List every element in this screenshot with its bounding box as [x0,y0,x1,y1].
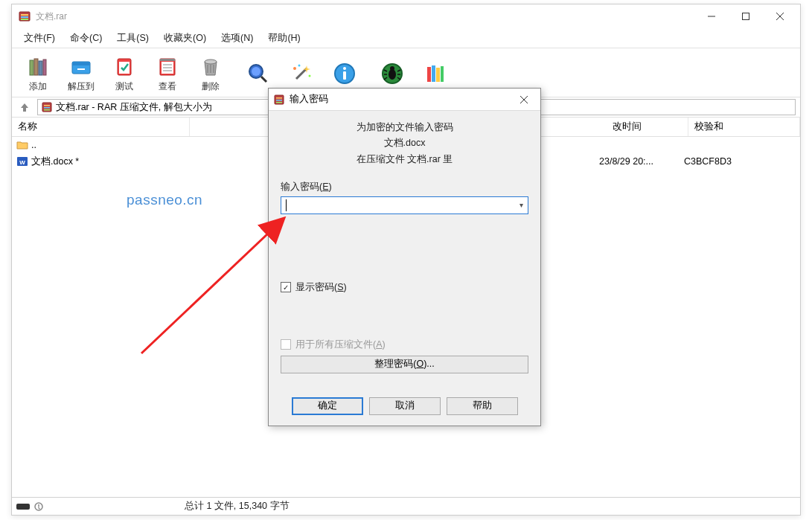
svg-point-32 [298,64,301,66]
use-all-checkbox-row: 用于所有压缩文件(A) [281,338,528,351]
svg-rect-8 [30,60,33,75]
notebook-icon [155,54,180,80]
status-left-icons [12,501,49,512]
svg-rect-22 [160,59,175,61]
svg-rect-14 [77,68,85,70]
dialog-message: 为加密的文件输入密码 文档.docx 在压缩文件 文档.rar 里 [281,120,528,167]
folder-up-icon [16,139,28,151]
menu-file[interactable]: 文件(F) [16,30,63,47]
use-all-checkbox [281,339,291,350]
svg-point-33 [309,74,311,77]
maximize-button[interactable] [729,5,763,28]
text-caret [286,199,287,211]
archive-small-icon [41,101,53,113]
col-crc[interactable]: 校验和 [688,118,800,136]
svg-rect-48 [436,68,440,82]
status-text: 总计 1 文件, 15,340 字节 [49,500,425,513]
dialog-footer: 确定 取消 帮助 [281,397,528,415]
help-button[interactable]: 帮助 [447,397,518,415]
svg-rect-5 [743,13,749,20]
svg-point-39 [390,66,394,71]
svg-rect-52 [44,107,50,109]
svg-rect-62 [276,102,282,103]
svg-line-29 [261,77,266,82]
clipboard-check-icon [112,54,137,80]
menubar: 文件(F) 命令(C) 工具(S) 收藏夹(O) 选项(N) 帮助(H) [12,28,800,48]
path-text: 文档.rar - RAR 压缩文件, 解包大小为 [56,101,212,114]
show-password-checkbox[interactable]: ✓ [281,282,291,292]
dropdown-caret-icon[interactable]: ▾ [520,201,523,209]
col-name[interactable]: 名称 [12,118,190,136]
dialog-close-button[interactable] [509,89,539,110]
toolbar-test-button[interactable]: 测试 [103,50,146,97]
titlebar: 文档.rar [12,4,800,28]
svg-rect-47 [432,65,435,82]
toolbar-add-button[interactable]: 添加 [16,50,60,97]
dialog-msg-line2: 文档.docx [281,135,528,151]
organize-passwords-button[interactable]: 整理密码(O)... [281,356,528,373]
svg-rect-1 [21,14,28,16]
toolbar-test-label: 测试 [115,81,133,92]
magnifier-icon [246,61,271,86]
dialog-msg-line1: 为加密的文件输入密码 [281,120,528,135]
bug-icon [380,61,405,86]
svg-rect-46 [427,67,431,82]
toolbar-delete-button[interactable]: 删除 [189,50,232,97]
docx-icon: W [16,155,28,167]
svg-rect-49 [441,66,444,82]
dialog-titlebar: 输入密码 [269,89,540,111]
svg-rect-11 [43,60,46,75]
svg-rect-13 [72,62,90,65]
toolbar-extract-button[interactable]: 解压到 [60,50,103,97]
trash-icon [198,54,223,80]
svg-text:W: W [19,159,25,166]
toolbar-view-button[interactable]: 查看 [146,50,189,97]
toolbar-view-label: 查看 [159,81,176,92]
menu-favorites[interactable]: 收藏夹(O) [156,30,214,47]
winrar-icon [18,10,31,23]
svg-rect-56 [16,504,30,510]
password-input[interactable]: ▾ [281,196,528,214]
use-all-label: 用于所有压缩文件(A) [295,338,386,351]
svg-point-31 [293,67,296,70]
toolbar-delete-label: 删除 [202,81,220,92]
ok-button[interactable]: 确定 [292,397,363,415]
close-button[interactable] [763,5,797,28]
minimize-button[interactable] [694,5,729,28]
svg-rect-51 [44,105,50,106]
books-color-icon [423,61,448,86]
toolbar-extract-label: 解压到 [68,81,95,92]
menu-command[interactable]: 命令(C) [63,30,109,47]
drawer-icon [68,54,94,80]
toolbar-add-label: 添加 [29,81,47,92]
info-icon [332,61,357,86]
nav-up-button[interactable] [16,99,33,115]
svg-line-30 [296,68,307,79]
cancel-button[interactable]: 取消 [369,397,441,415]
svg-rect-10 [39,61,42,75]
statusbar: 总计 1 文件, 15,340 字节 [12,497,800,515]
svg-point-35 [343,67,346,70]
show-password-label: 显示密码(S) [295,281,347,294]
svg-point-58 [38,504,39,506]
svg-rect-53 [44,109,50,111]
dialog-msg-line3: 在压缩文件 文档.rar 里 [281,152,528,167]
menu-tools[interactable]: 工具(S) [109,30,156,47]
menu-help[interactable]: 帮助(H) [260,30,307,47]
menu-options[interactable]: 选项(N) [214,30,260,47]
wand-icon [289,61,314,86]
dialog-title: 输入密码 [290,93,509,106]
winrar-icon [273,94,285,106]
show-password-checkbox-row[interactable]: ✓ 显示密码(S) [281,281,528,294]
file-crc-1: C3BCF8D3 [684,156,796,167]
col-date[interactable]: 改时间 [607,118,688,136]
svg-point-38 [389,69,396,80]
svg-rect-60 [276,97,282,99]
password-input-label: 输入密码(E) [281,181,528,193]
file-date-1: 23/8/29 20:... [599,156,681,167]
svg-rect-61 [276,100,282,101]
svg-rect-36 [343,71,346,80]
svg-rect-9 [34,59,38,75]
svg-point-23 [205,60,217,64]
dialog-body: 为加密的文件输入密码 文档.docx 在压缩文件 文档.rar 里 输入密码(E… [269,111,540,424]
